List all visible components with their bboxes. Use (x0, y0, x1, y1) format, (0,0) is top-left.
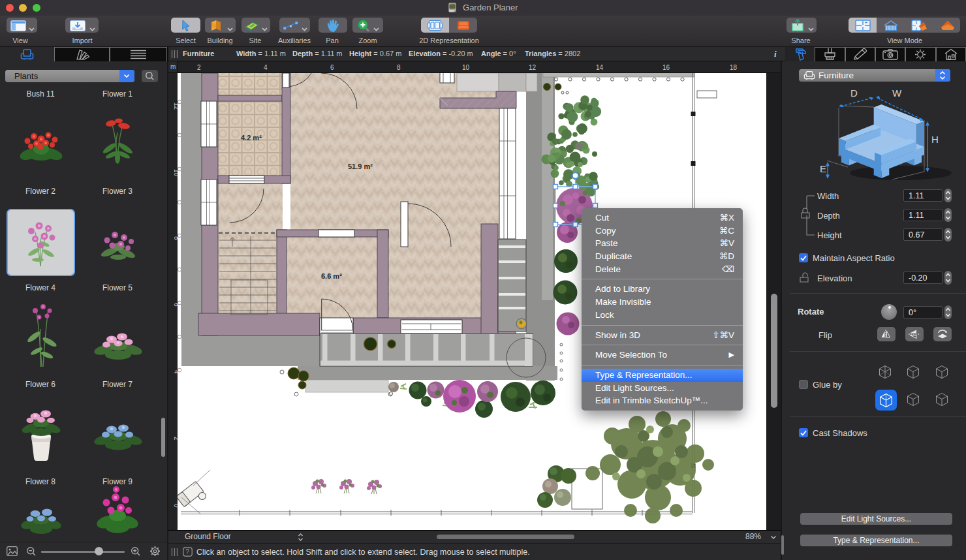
svg-text:D: D (850, 87, 858, 99)
svg-text:W: W (892, 87, 902, 99)
svg-text:51.9 m²: 51.9 m² (348, 163, 373, 170)
svg-text:?: ? (185, 548, 189, 555)
svg-text:H: H (931, 134, 939, 145)
svg-text:2: 2 (173, 437, 178, 441)
svg-text:0: 0 (173, 504, 178, 508)
svg-text:8: 8 (397, 64, 401, 71)
svg-text:10: 10 (173, 169, 178, 177)
svg-text:4.2 m²: 4.2 m² (241, 134, 262, 142)
svg-text:4: 4 (173, 370, 178, 374)
svg-text:12: 12 (173, 102, 178, 110)
svg-text:E: E (820, 163, 826, 174)
svg-text:6: 6 (173, 303, 178, 307)
svg-text:2: 2 (197, 64, 201, 71)
svg-text:16: 16 (662, 64, 670, 71)
svg-text:10: 10 (462, 64, 470, 71)
svg-text:6: 6 (330, 64, 334, 71)
svg-text:4: 4 (264, 64, 268, 71)
svg-text:8: 8 (173, 236, 178, 240)
svg-text:18: 18 (730, 64, 738, 71)
svg-text:14: 14 (596, 64, 604, 71)
svg-text:12: 12 (529, 64, 537, 71)
svg-text:6.6 m²: 6.6 m² (321, 272, 342, 280)
